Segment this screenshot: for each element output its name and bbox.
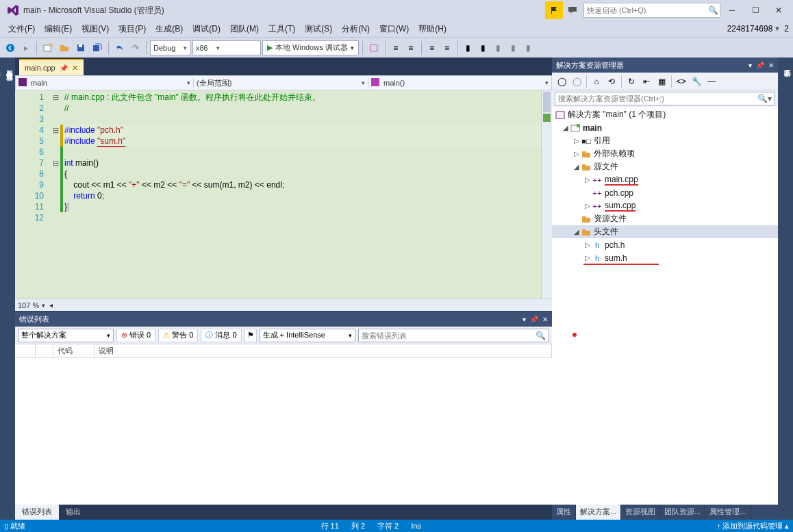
error-grid[interactable]: 代码 说明 (15, 344, 552, 505)
col-icon[interactable] (15, 344, 36, 357)
expander-icon[interactable]: ▷ (572, 137, 581, 144)
pin-icon[interactable]: 📌 (60, 64, 68, 72)
expander-icon[interactable]: ▷ (583, 241, 592, 249)
platform-dropdown[interactable]: x86▾ (192, 40, 261, 55)
menu-project[interactable]: 项目(P) (114, 22, 150, 36)
refresh-icon[interactable]: ↻ (625, 75, 638, 88)
save-all-button[interactable] (90, 40, 105, 55)
tool-btn-3[interactable]: ≡ (404, 40, 418, 55)
feedback-icon[interactable] (566, 3, 579, 17)
panel-close-icon[interactable]: ✕ (768, 62, 774, 69)
panel-pin-icon[interactable]: 📌 (756, 62, 764, 69)
error-source-dropdown[interactable]: 生成 + IntelliSense▾ (260, 329, 355, 342)
fwd-icon[interactable]: ◯ (570, 75, 583, 88)
expander-icon[interactable]: ◢ (572, 163, 581, 170)
minimize-button[interactable]: ─ (720, 1, 744, 19)
vertical-scrollbar[interactable] (541, 90, 552, 299)
tab-close-icon[interactable]: ✕ (72, 64, 78, 73)
rtab-resview[interactable]: 资源视图 (621, 505, 660, 520)
expander-icon[interactable]: ▷ (572, 150, 581, 157)
undo-button[interactable] (112, 40, 127, 55)
back-icon[interactable]: ◯ (555, 75, 568, 88)
rtab-props[interactable]: 属性 (552, 505, 576, 520)
menu-view[interactable]: 视图(V) (77, 22, 113, 36)
menu-test[interactable]: 测试(S) (301, 22, 336, 36)
nav-func[interactable]: main()▾ (368, 78, 551, 88)
tab-errorlist[interactable]: 错误列表 (15, 505, 59, 520)
tool-btn-2[interactable]: ≡ (389, 40, 403, 55)
menu-help[interactable]: 帮助(H) (414, 22, 451, 36)
col-code[interactable]: 代码 (53, 344, 95, 357)
expander-icon[interactable]: ▷ (583, 176, 592, 183)
avatar[interactable]: 2 (784, 24, 789, 34)
expander-icon[interactable]: ▷ (583, 202, 592, 210)
nav-back-button[interactable] (3, 40, 18, 55)
messages-toggle[interactable]: ⓘ消息 0 (201, 329, 241, 342)
col-severity[interactable] (36, 344, 53, 357)
menu-tools[interactable]: 工具(T) (264, 22, 299, 36)
search-icon[interactable]: 🔍 (533, 331, 549, 340)
collapse-icon[interactable]: ⇤ (640, 75, 653, 88)
code-icon[interactable]: <> (675, 75, 688, 88)
quick-launch[interactable]: 🔍 (583, 3, 720, 18)
notification-flag-icon[interactable] (545, 1, 563, 19)
diagnostic-tab[interactable]: 诊断工具 (781, 62, 793, 520)
tool-btn-1[interactable] (366, 40, 381, 55)
showall-icon[interactable]: ▦ (655, 75, 668, 88)
rtab-propmgr[interactable]: 属性管理... (705, 505, 751, 520)
tool-btn-a[interactable]: ▮ (492, 40, 505, 55)
server-explorer-tab[interactable]: 服务器资源管理器 (3, 62, 15, 518)
code-editor[interactable]: 123456789101112 ⊟⊟⊟ // main.cpp : 此文件包含 … (15, 90, 552, 299)
menu-team[interactable]: 团队(M) (226, 22, 263, 36)
search-icon[interactable]: 🔍 (706, 5, 720, 15)
user-id[interactable]: 2248174698 (727, 24, 773, 34)
toolbox-tab[interactable]: 工具箱 (0, 62, 3, 518)
rtab-solution[interactable]: 解决方案... (576, 505, 621, 520)
error-list-header[interactable]: 错误列表 ▾ 📌 ✕ (15, 312, 552, 327)
filter-btn[interactable]: ⚑ (244, 329, 257, 342)
panel-pin-icon[interactable]: 📌 (530, 316, 538, 323)
save-button[interactable] (73, 40, 88, 55)
maximize-button[interactable]: ☐ (744, 1, 767, 19)
solution-tree[interactable]: 解决方案 "main" (1 个项目) ◢main ▷■□引用 ▷外部依赖项 ◢… (552, 107, 778, 505)
menu-analyze[interactable]: 分析(N) (338, 22, 374, 36)
code-area[interactable]: // main.cpp : 此文件包含 "main" 函数。程序执行将在此处开始… (63, 90, 541, 299)
panel-dropdown-icon[interactable]: ▾ (523, 316, 526, 323)
editor-tab-main[interactable]: main.cpp 📌 ✕ (19, 59, 84, 75)
rtab-team[interactable]: 团队资源... (660, 505, 705, 520)
zoom-arrow[interactable]: ▾ (42, 302, 45, 309)
col-desc[interactable]: 说明 (95, 344, 552, 357)
hscroll-left[interactable]: ◂ (49, 301, 53, 309)
sync-icon[interactable]: ⟲ (605, 75, 618, 88)
errors-toggle[interactable]: ⊗错误 0 (116, 329, 155, 342)
tab-output[interactable]: 输出 (59, 505, 88, 520)
menu-window[interactable]: 窗口(W) (375, 22, 413, 36)
search-icon[interactable]: 🔍▾ (755, 94, 775, 103)
user-dropdown-arrow[interactable]: ▼ (774, 25, 780, 32)
nav-region[interactable]: (全局范围)▾ (194, 78, 368, 88)
error-search[interactable]: 🔍 (358, 329, 549, 342)
bookmark-button[interactable]: ▮ (477, 40, 490, 55)
menu-edit[interactable]: 编辑(E) (40, 22, 76, 36)
start-debug-button[interactable]: ▶本地 Windows 调试器▾ (262, 40, 359, 55)
nav-fwd-button[interactable]: ▸ (19, 40, 33, 55)
indent-dec-button[interactable]: ≡ (425, 40, 439, 55)
menu-file[interactable]: 文件(F) (4, 22, 39, 36)
panel-close-icon[interactable]: ✕ (542, 316, 548, 323)
panel-dropdown-icon[interactable]: ▾ (748, 62, 752, 69)
quick-launch-input[interactable] (584, 6, 706, 14)
expander-icon[interactable]: ◢ (562, 124, 570, 131)
menu-debug[interactable]: 调试(D) (188, 22, 225, 36)
config-dropdown[interactable]: Debug▾ (150, 40, 191, 55)
home-icon[interactable]: ⌂ (590, 75, 603, 88)
expander-icon[interactable]: ◢ (572, 228, 581, 236)
tool-btn-c[interactable]: ▮ (522, 40, 536, 55)
indent-inc-button[interactable]: ≡ (440, 40, 454, 55)
tool-btn-b[interactable]: ▮ (507, 40, 520, 55)
fold-gutter[interactable]: ⊟⊟⊟ (51, 90, 60, 299)
solution-header[interactable]: 解决方案资源管理器 ▾ 📌 ✕ (552, 58, 778, 73)
properties-icon[interactable]: 🔧 (690, 75, 703, 88)
expander-icon[interactable]: ▷ (583, 254, 592, 262)
nav-scope[interactable]: main▾ (16, 78, 194, 88)
horizontal-scrollbar[interactable] (55, 301, 549, 310)
